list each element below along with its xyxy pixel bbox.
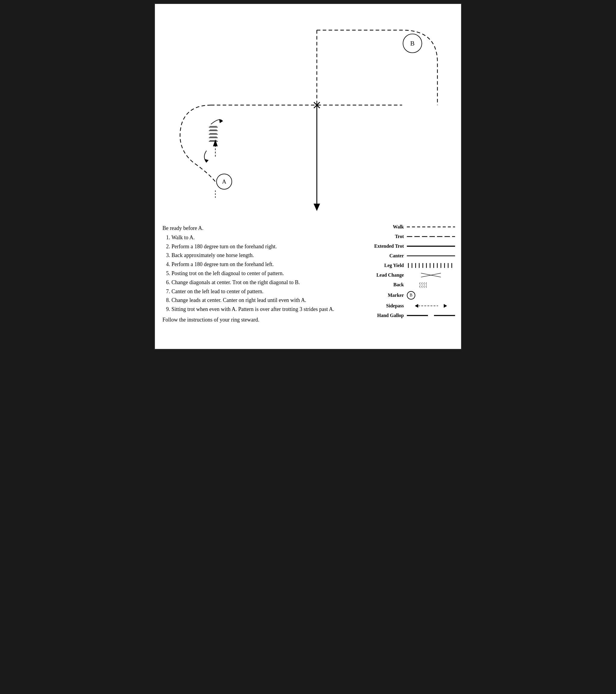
legend-back: Back ❬❬❬❬ ❬❬❬❬ (352, 281, 455, 288)
legend-leg-yield-symbol (407, 262, 455, 269)
diagram-area: B A (161, 10, 455, 221)
svg-marker-49 (443, 304, 447, 308)
legend-marker: Marker B (352, 291, 455, 299)
legend-marker-label: Marker (371, 293, 404, 298)
svg-text:❬❬❬❬: ❬❬❬❬ (419, 285, 427, 288)
legend-extended-trot-label: Extended Trot (371, 243, 404, 249)
legend-extended-trot: Extended Trot (352, 243, 455, 250)
legend-trot-label: Trot (371, 234, 404, 239)
legend-hand-gallop-symbol (407, 312, 455, 319)
svg-text:B: B (410, 40, 414, 47)
legend-canter-symbol (407, 253, 455, 259)
page-container: B A (154, 3, 462, 350)
legend-back-label: Back (371, 282, 404, 288)
legend-hand-gallop-label: Hand Gallop (371, 313, 404, 318)
legend-extended-trot-symbol (407, 243, 455, 250)
legend-marker-symbol: B (407, 291, 455, 299)
legend-walk: Walk (352, 224, 455, 230)
legend-lead-change-symbol (407, 272, 455, 278)
svg-marker-5 (314, 204, 320, 211)
legend-section: Walk Trot Extended Trot Canter (352, 224, 455, 322)
legend-trot: Trot (352, 233, 455, 240)
legend-lead-change: Lead Change (352, 272, 455, 278)
svg-text:A: A (222, 178, 226, 185)
legend-canter-label: Canter (371, 253, 404, 259)
legend-hand-gallop: Hand Gallop (352, 312, 455, 319)
legend-sidepass: Sidepass (352, 303, 455, 309)
legend-sidepass-label: Sidepass (371, 303, 404, 309)
legend-trot-symbol (407, 233, 455, 240)
legend-lead-change-label: Lead Change (371, 272, 404, 278)
legend-leg-yield-label: Leg Yield (371, 263, 404, 268)
legend-sidepass-symbol (407, 303, 455, 309)
legend-leg-yield: Leg Yield (352, 262, 455, 269)
legend-walk-symbol (407, 224, 455, 230)
svg-marker-47 (415, 304, 418, 308)
legend-canter: Canter (352, 253, 455, 259)
legend-back-symbol: ❬❬❬❬ ❬❬❬❬ (407, 281, 455, 288)
legend-walk-label: Walk (371, 224, 404, 230)
svg-text:❬❬❬❬: ❬❬❬❬ (419, 282, 427, 285)
legend-marker-circle: B (407, 291, 415, 299)
